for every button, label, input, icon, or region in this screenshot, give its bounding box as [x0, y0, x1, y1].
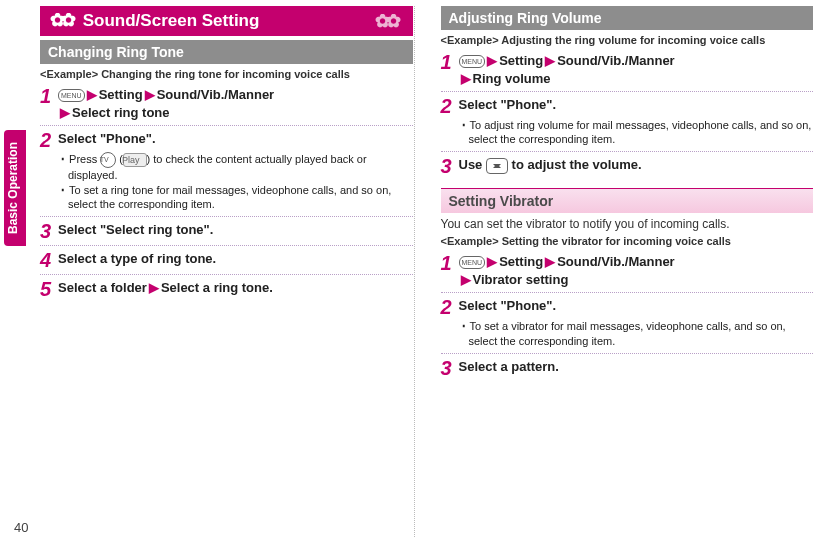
navigation-key-icon [486, 158, 508, 174]
arrow-icon: ▶ [459, 71, 473, 86]
arrow-icon: ▶ [85, 87, 99, 102]
arrow-icon: ▶ [543, 53, 557, 68]
arrow-icon: ▶ [147, 280, 161, 295]
stepA-1: 1 MENU▶Setting▶Sound/Vib./Manner ▶Ring v… [441, 52, 814, 92]
stepA-3: 3 Use to adjust the volume. [441, 156, 814, 180]
step-4: 4 Select a type of ring tone. [40, 250, 413, 275]
menu-icon: MENU [58, 89, 85, 102]
section-setting-vibrator: Setting Vibrator [441, 188, 814, 213]
arrow-icon: ▶ [143, 87, 157, 102]
menu-icon: MENU [459, 256, 486, 269]
step2-note1: Press TV (Play) to check the content act… [68, 152, 413, 183]
step2-note2: To set a ring tone for mail messages, vi… [68, 183, 413, 213]
step-1: 1 MENU▶Setting▶Sound/Vib./Manner ▶Select… [40, 86, 413, 126]
column-divider [414, 6, 415, 537]
tv-icon: TV [100, 152, 116, 168]
vibrator-intro: You can set the vibrator to notify you o… [441, 217, 814, 231]
stepA-2: 2 Select "Phone". To adjust ring volume … [441, 96, 814, 152]
puzzle-icon: ✿✿ [50, 11, 72, 29]
example-line: <Example> Changing the ring tone for inc… [40, 68, 413, 80]
arrow-icon: ▶ [459, 272, 473, 287]
arrow-icon: ▶ [543, 254, 557, 269]
stepB-3: 3 Select a pattern. [441, 358, 814, 382]
step-2: 2 Select "Phone". Press TV (Play) to che… [40, 130, 413, 217]
menu-icon: MENU [459, 55, 486, 68]
stepB-2: 2 Select "Phone". To set a vibrator for … [441, 297, 814, 353]
puzzle-icon-right: ✿✿ [375, 12, 397, 30]
left-column: ✿✿ Sound/Screen Setting ✿✿ Changing Ring… [0, 0, 427, 543]
arrow-icon: ▶ [485, 53, 499, 68]
step-3: 3 Select "Select ring tone". [40, 221, 413, 246]
right-column: Adjusting Ring Volume <Example> Adjustin… [427, 0, 828, 543]
stepB-1: 1 MENU▶Setting▶Sound/Vib./Manner ▶Vibrat… [441, 253, 814, 293]
section-adjusting-ring-volume: Adjusting Ring Volume [441, 6, 814, 30]
main-header-title: Sound/Screen Setting [83, 11, 260, 30]
arrow-icon: ▶ [485, 254, 499, 269]
step-5: 5 Select a folder▶Select a ring tone. [40, 279, 413, 303]
example-line: <Example> Setting the vibrator for incom… [441, 235, 814, 247]
arrow-icon: ▶ [58, 105, 72, 120]
example-line: <Example> Adjusting the ring volume for … [441, 34, 814, 46]
play-button-label: Play [123, 153, 147, 167]
section-changing-ring-tone: Changing Ring Tone [40, 40, 413, 64]
main-header: ✿✿ Sound/Screen Setting ✿✿ [40, 6, 413, 36]
